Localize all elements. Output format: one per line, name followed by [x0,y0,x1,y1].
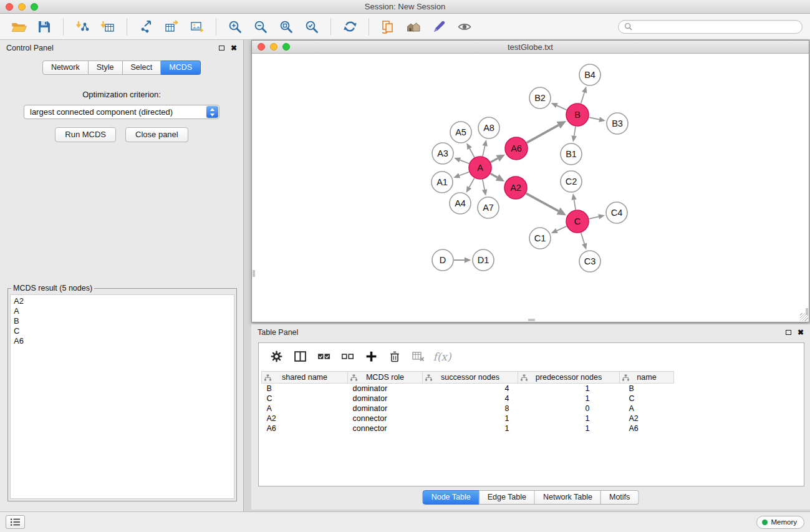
network-edge-A6-B[interactable] [527,121,566,143]
table-cell[interactable]: A6 [620,423,674,433]
table-cell[interactable]: C [620,394,674,404]
network-edge-A-A1[interactable] [453,172,469,178]
mcds-result-item[interactable]: A [14,306,231,316]
open-session-button[interactable] [7,16,30,37]
network-edge-B-B4[interactable] [581,87,587,104]
network-node-B[interactable]: B [566,104,589,126]
column-header-predecessor-nodes[interactable]: predecessor nodes [518,372,620,384]
table-cell[interactable]: 4 [423,394,518,404]
network-node-D1[interactable]: D1 [473,249,494,271]
network-node-B3[interactable]: B3 [607,113,628,134]
table-cell[interactable]: 1 [518,423,620,433]
select-all-button[interactable] [314,347,333,366]
table-cell[interactable]: C [262,394,348,404]
table-cell[interactable]: connector [348,423,423,433]
table-cell[interactable]: 1 [423,423,518,433]
memory-button[interactable]: Memory [756,516,804,529]
function-builder-button[interactable]: f(x) [433,347,451,366]
mcds-result-item[interactable]: B [14,316,231,326]
network-edge-C-C3[interactable] [581,233,587,249]
network-edge-A-A5[interactable] [466,143,475,157]
table-cell[interactable]: A2 [620,414,674,423]
zoom-fit-button[interactable] [275,16,297,37]
network-node-C[interactable]: C [566,210,589,233]
network-node-A[interactable]: A [469,157,491,179]
eye-button[interactable] [453,16,476,37]
network-edge-A-A3[interactable] [454,158,469,164]
refresh-button[interactable] [339,16,361,37]
table-cell[interactable]: 1 [518,384,620,394]
table-cell[interactable]: A6 [262,423,348,433]
float-panel-icon[interactable] [219,46,224,51]
mcds-result-list[interactable]: A2ABCA6 [10,294,234,499]
home-button[interactable] [402,16,425,37]
network-edge-A-A8[interactable] [483,140,488,156]
column-header-successor-nodes[interactable]: successor nodes [423,372,518,384]
close-table-panel-icon[interactable]: ✖ [798,329,804,336]
network-edge-D-D1[interactable] [454,257,471,263]
minimize-network-window-button[interactable] [270,43,277,51]
search-box[interactable] [618,20,803,34]
run-mcds-button[interactable]: Run MCDS [55,127,116,142]
import-network-button[interactable] [71,16,94,37]
column-layout-button[interactable] [291,347,309,366]
network-node-A5[interactable]: A5 [450,122,471,143]
resize-grip[interactable] [800,313,808,321]
float-table-panel-icon[interactable] [786,330,791,335]
minimize-window-button[interactable] [18,3,26,11]
table-cell[interactable]: dominator [348,384,423,394]
table-tab-motifs[interactable]: Motifs [601,490,639,505]
network-edge-B-B2[interactable] [551,103,567,110]
table-cell[interactable]: dominator [348,404,423,414]
table-row[interactable]: A2connector11A2 [262,414,802,423]
table-cell[interactable]: 1 [518,414,620,423]
zoom-window-button[interactable] [31,3,38,11]
table-row[interactable]: Adominator80A [262,404,802,414]
network-node-A2[interactable]: A2 [504,177,527,199]
table-cell[interactable]: dominator [348,394,423,404]
table-cell[interactable]: A [262,404,348,414]
delete-button[interactable] [385,347,404,366]
network-edge-A2-C[interactable] [526,193,566,215]
horizontal-scroll-thumb[interactable] [528,319,535,321]
network-edge-C-C1[interactable] [551,226,567,233]
table-cell[interactable]: B [620,384,674,394]
column-header-MCDS-role[interactable]: MCDS role [348,372,423,384]
zoom-selected-button[interactable] [301,16,323,37]
column-header-name[interactable]: name [620,372,674,384]
mcds-result-item[interactable]: C [14,326,231,336]
network-node-C2[interactable]: C2 [561,171,582,192]
table-cell[interactable]: 1 [518,394,620,404]
zoom-in-button[interactable] [224,16,246,37]
control-tab-mcds[interactable]: MCDS [161,60,201,75]
network-edge-B-B3[interactable] [589,117,605,122]
network-edge-B-B1[interactable] [571,127,576,142]
network-node-A3[interactable]: A3 [432,143,453,164]
table-settings-button[interactable] [267,347,286,366]
zoom-network-window-button[interactable] [282,43,290,51]
table-row[interactable]: Cdominator41C [262,394,802,404]
table-cell[interactable]: 4 [423,384,518,394]
task-history-button[interactable] [6,515,25,529]
document-copy-button[interactable] [377,16,399,37]
close-network-window-button[interactable] [258,43,265,51]
table-cell[interactable]: A2 [262,414,348,423]
network-node-B2[interactable]: B2 [529,87,551,109]
table-cell[interactable]: B [262,384,348,394]
table-row[interactable]: Bdominator41B [262,384,802,394]
save-session-button[interactable] [33,16,55,37]
zoom-out-button[interactable] [249,16,272,37]
delete-table-button[interactable] [409,347,428,366]
network-node-A1[interactable]: A1 [432,172,453,193]
network-node-D[interactable]: D [432,249,453,271]
add-button[interactable] [362,347,380,366]
search-input[interactable] [635,22,796,31]
export-table-button[interactable] [160,16,183,37]
table-row[interactable]: A6connector11A6 [262,423,802,433]
network-node-A4[interactable]: A4 [450,193,471,214]
network-edge-C-C2[interactable] [571,193,576,210]
table-cell[interactable]: 8 [423,404,518,414]
deselect-all-button[interactable] [338,347,357,366]
network-svg[interactable]: B4B2BB3A5A8A6A3B1AA1C2A2A4A7CC4C1C3DD1 [252,54,809,322]
network-node-A8[interactable]: A8 [478,117,499,138]
